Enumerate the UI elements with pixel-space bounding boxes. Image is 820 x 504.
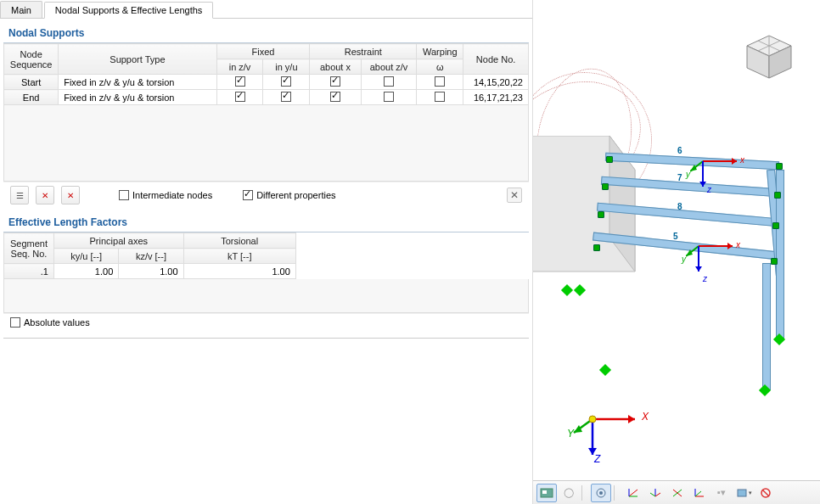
set-supports-button[interactable]: ☰ (10, 186, 29, 204)
view-z-button[interactable] (667, 484, 688, 502)
th-principal-axes: Principal axes (54, 233, 184, 249)
th-fixed: Fixed (216, 44, 310, 59)
table-row[interactable]: .1 1.00 1.00 1.00 (4, 264, 530, 279)
svg-marker-21 (628, 415, 635, 423)
th-support-type: Support Type (59, 44, 216, 75)
global-axis-y: Y (567, 428, 574, 440)
axis-y-label: y (686, 170, 690, 179)
show-wireframe-button[interactable]: ◯ (559, 484, 579, 502)
different-properties-label: Different properties (256, 190, 335, 200)
tab-nodal-supports[interactable]: Nodal Supports & Effective Lengths (44, 2, 213, 19)
svg-line-44 (762, 490, 769, 496)
view-dropdown-button[interactable]: ▪▾ (711, 484, 732, 502)
axis-z-label: z (703, 274, 707, 283)
svg-line-36 (655, 493, 660, 496)
nodal-supports-table: Node Sequence Support Type Fixed Restrai… (3, 43, 529, 105)
nodal-options-row: ☰ ✕ ✕ Intermediate nodes Different prope… (3, 182, 529, 208)
cell-node-no: 16,17,21,23 (463, 90, 529, 105)
svg-marker-9 (732, 158, 737, 165)
beam-label: 7 (677, 173, 682, 182)
reset-view-button[interactable] (755, 484, 776, 502)
different-properties-checkbox[interactable]: Different properties (243, 190, 335, 200)
cell-restraint-zv[interactable] (361, 75, 417, 90)
checkbox-icon (10, 317, 20, 328)
checkbox-icon (119, 190, 129, 200)
th-in-yu: in y/u (263, 59, 310, 75)
svg-marker-19 (695, 266, 702, 272)
cell-fixed-yu[interactable] (263, 75, 310, 90)
th-segment-seq: Segment Seq. No. (4, 233, 54, 264)
table-row[interactable]: End Fixed in z/v & y/u & torsion 16,17,2… (4, 90, 529, 105)
absolute-values-checkbox[interactable]: Absolute values (10, 317, 90, 328)
nav-cube[interactable] (744, 34, 795, 80)
beam-label: 6 (677, 146, 682, 155)
cell-warping[interactable] (417, 75, 463, 90)
beam-label: 5 (673, 232, 678, 241)
section-effective-length-factors: Effective Length Factors (3, 211, 529, 232)
viewport-3d[interactable]: 6 7 8 5 x y z x y (533, 0, 820, 479)
th-kzv: kz/v [--] (119, 249, 183, 264)
section-nodal-supports: Nodal Supports (3, 22, 529, 43)
cell-restraint-x[interactable] (310, 90, 361, 105)
bottom-panel (3, 338, 529, 465)
cell-kzv[interactable]: 1.00 (119, 264, 183, 279)
display-dropdown-button[interactable]: ▾ (733, 484, 754, 502)
th-about-x: about x (310, 59, 361, 75)
th-restraint: Restraint (310, 44, 417, 59)
th-node-no: Node No. (463, 44, 529, 75)
grid-empty-area (3, 105, 529, 182)
cell-fixed-yu[interactable] (263, 90, 310, 105)
scene-3d: 6 7 8 5 x y z x y (533, 93, 820, 428)
tab-bar: Main Nodal Supports & Effective Lengths (0, 0, 532, 19)
svg-point-26 (589, 416, 596, 423)
svg-marker-11 (690, 165, 697, 171)
svg-line-41 (695, 491, 701, 496)
svg-line-35 (650, 493, 655, 496)
th-kt: kT [--] (183, 249, 295, 264)
absolute-values-label: Absolute values (24, 317, 90, 328)
cell-restraint-zv[interactable] (361, 90, 417, 105)
global-axes-icon (567, 394, 643, 462)
axis-x-label: x (740, 155, 744, 165)
cell-warping[interactable] (417, 90, 463, 105)
checkbox-icon (243, 190, 253, 200)
close-section-button[interactable]: ✕ (507, 188, 522, 203)
cell-seg-seq: .1 (4, 264, 54, 279)
th-kyu: ky/u [--] (54, 249, 119, 264)
global-axis-x: X (642, 411, 649, 423)
svg-marker-13 (699, 182, 706, 187)
th-node-sequence: Node Sequence (4, 44, 59, 75)
view-x-button[interactable] (623, 484, 643, 502)
view-iso-button[interactable] (689, 484, 710, 502)
cell-fixed-zv[interactable] (216, 90, 263, 105)
cell-kyu[interactable]: 1.00 (54, 264, 119, 279)
cell-kt[interactable]: 1.00 (183, 264, 295, 279)
show-render-button[interactable] (536, 484, 557, 502)
elf-options-row: Absolute values (3, 313, 529, 331)
svg-rect-42 (738, 490, 746, 496)
view-mode-button[interactable] (591, 484, 611, 502)
cell-node-no: 14,15,20,22 (463, 75, 529, 90)
tab-main[interactable]: Main (0, 1, 42, 18)
effective-length-table: Segment Seq. No. Principal axes Torsiona… (3, 232, 529, 279)
axis-y-label: y (682, 255, 686, 264)
global-axis-z: Z (594, 453, 600, 465)
cell-support-type[interactable]: Fixed in z/v & y/u & torsion (59, 75, 216, 90)
cell-fixed-zv[interactable] (216, 75, 263, 90)
svg-marker-15 (727, 243, 733, 249)
viewport-toolbar: ◯ ▪▾ ▾ (533, 480, 820, 504)
svg-rect-28 (542, 490, 547, 494)
cell-restraint-x[interactable] (310, 75, 361, 90)
th-omega: ω (417, 59, 463, 75)
axis-z-label: z (707, 185, 711, 194)
svg-marker-17 (686, 249, 693, 256)
delete-support-button[interactable]: ✕ (36, 186, 54, 204)
svg-line-31 (629, 490, 637, 496)
view-y-button[interactable] (645, 484, 666, 502)
delete-support-alt-button[interactable]: ✕ (61, 186, 80, 204)
table-row[interactable]: Start Fixed in z/v & y/u & torsion 14,15… (4, 75, 529, 90)
th-warping: Warping (417, 44, 463, 59)
th-in-zv: in z/v (216, 59, 263, 75)
cell-support-type[interactable]: Fixed in z/v & y/u & torsion (59, 90, 216, 105)
intermediate-nodes-checkbox[interactable]: Intermediate nodes (119, 190, 212, 200)
